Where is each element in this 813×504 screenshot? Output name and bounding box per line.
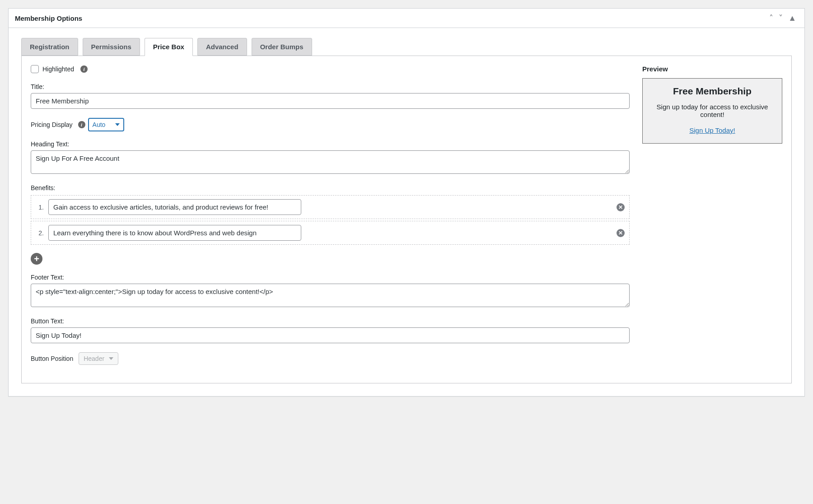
remove-benefit-icon[interactable]: ✕ xyxy=(617,203,625,211)
button-position-label: Button Position xyxy=(31,355,73,362)
move-down-icon[interactable]: ˅ xyxy=(777,13,785,23)
title-label: Title: xyxy=(31,83,630,90)
pricing-display-value: Auto xyxy=(93,121,106,128)
membership-options-metabox: Membership Options ˄ ˅ ▲ Registration Pe… xyxy=(8,8,805,397)
benefits-label: Benefits: xyxy=(31,184,630,191)
preview-title: Free Membership xyxy=(651,86,774,97)
benefit-number: 2. xyxy=(36,229,44,237)
benefit-row[interactable]: 1. ✕ xyxy=(31,195,630,219)
info-icon[interactable]: i xyxy=(78,121,85,128)
tab-permissions[interactable]: Permissions xyxy=(83,38,140,56)
chevron-down-icon xyxy=(109,357,113,360)
tab-advanced[interactable]: Advanced xyxy=(197,38,247,56)
tab-price-box[interactable]: Price Box xyxy=(145,38,193,56)
info-icon[interactable]: i xyxy=(80,65,88,73)
preview-label: Preview xyxy=(642,65,782,73)
metabox-title: Membership Options xyxy=(15,14,82,22)
preview-footer-text: Sign up today for access to exclusive co… xyxy=(651,103,774,118)
preview-column: Preview Free Membership Sign up today fo… xyxy=(642,65,782,374)
button-position-value: Header xyxy=(84,355,104,362)
move-up-icon[interactable]: ˄ xyxy=(767,13,775,23)
benefit-row[interactable]: 2. ✕ xyxy=(31,221,630,245)
preview-box: Free Membership Sign up today for access… xyxy=(642,78,782,144)
highlighted-row: Highlighted i xyxy=(31,65,630,73)
metabox-actions: ˄ ˅ ▲ xyxy=(767,13,798,23)
price-box-panel: Highlighted i Title: Pricing Display i A… xyxy=(21,56,792,383)
pricing-display-select[interactable]: Auto xyxy=(88,118,125,131)
chevron-down-icon xyxy=(115,123,120,126)
tab-list: Registration Permissions Price Box Advan… xyxy=(9,28,804,56)
benefit-input[interactable] xyxy=(48,199,301,215)
form-column: Highlighted i Title: Pricing Display i A… xyxy=(31,65,630,374)
benefit-input[interactable] xyxy=(48,225,301,241)
title-input[interactable] xyxy=(31,93,630,109)
button-text-input[interactable] xyxy=(31,327,630,343)
footer-text-input[interactable] xyxy=(31,284,630,307)
metabox-body: Registration Permissions Price Box Advan… xyxy=(9,28,804,383)
button-text-label: Button Text: xyxy=(31,317,630,325)
toggle-icon[interactable]: ▲ xyxy=(786,14,798,23)
preview-signup-link[interactable]: Sign Up Today! xyxy=(689,126,735,134)
pricing-display-label: Pricing Display xyxy=(31,121,73,128)
benefits-list: 1. ✕ 2. ✕ xyxy=(31,195,630,245)
metabox-header: Membership Options ˄ ˅ ▲ xyxy=(9,9,804,28)
benefit-number: 1. xyxy=(36,204,44,211)
tab-order-bumps[interactable]: Order Bumps xyxy=(252,38,312,56)
button-position-select[interactable]: Header xyxy=(79,352,118,365)
highlighted-checkbox[interactable] xyxy=(31,65,39,73)
tab-registration[interactable]: Registration xyxy=(21,38,78,56)
add-benefit-button[interactable]: + xyxy=(31,253,42,265)
heading-text-label: Heading Text: xyxy=(31,140,630,148)
highlighted-label: Highlighted xyxy=(42,65,74,73)
footer-text-label: Footer Text: xyxy=(31,274,630,281)
remove-benefit-icon[interactable]: ✕ xyxy=(617,229,625,237)
heading-text-input[interactable] xyxy=(31,150,630,174)
